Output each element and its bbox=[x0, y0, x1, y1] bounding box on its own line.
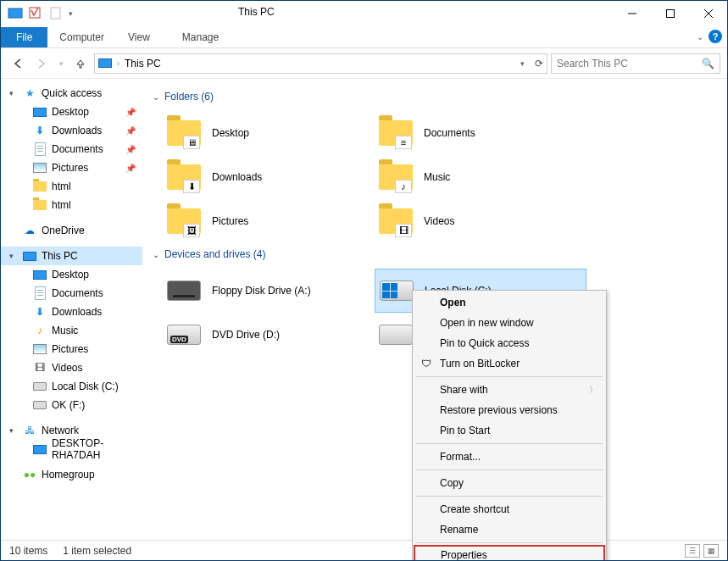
search-input[interactable] bbox=[557, 58, 702, 69]
menu-item[interactable]: 🛡Turn on BitLocker bbox=[414, 353, 604, 374]
nav-homegroup[interactable]: ●● Homegroup bbox=[1, 465, 142, 484]
address-box[interactable]: › ▾ ⟳ bbox=[94, 53, 547, 74]
pic-icon bbox=[33, 342, 47, 356]
sidebar-item[interactable]: DESKTOP-RHA7DAH bbox=[1, 440, 142, 458]
status-bar: 10 items 1 item selected ☰ ▦ bbox=[1, 540, 727, 560]
chevron-down-icon[interactable]: ▾ bbox=[9, 426, 18, 435]
sidebar-item[interactable]: Documents📌 bbox=[1, 140, 142, 158]
pin-icon: 📌 bbox=[125, 108, 136, 117]
doc-overlay-icon: ≡ bbox=[395, 136, 412, 149]
item-label: Downloads bbox=[212, 171, 262, 183]
sidebar-item[interactable]: Desktop📌 bbox=[1, 103, 142, 121]
folder-item[interactable]: 🖼Pictures bbox=[163, 199, 375, 243]
menu-item[interactable]: Pin to Quick access bbox=[414, 333, 604, 353]
menu-item[interactable]: Copy bbox=[414, 473, 604, 493]
sidebar-item[interactable]: Pictures📌 bbox=[1, 158, 142, 177]
refresh-icon[interactable]: ⟳ bbox=[535, 58, 543, 69]
sidebar-item[interactable]: html bbox=[1, 177, 142, 196]
menu-item-label: Open in new window bbox=[440, 317, 534, 329]
address-dropdown-icon[interactable]: ▾ bbox=[520, 59, 525, 68]
breadcrumb-sep-icon[interactable]: › bbox=[117, 59, 119, 68]
menu-item[interactable]: Pin to Start bbox=[414, 420, 604, 441]
folder-item[interactable]: ≡Documents bbox=[375, 111, 586, 155]
disk-icon bbox=[33, 398, 47, 412]
ribbon-expand-icon[interactable]: ⌄ bbox=[697, 32, 703, 42]
group-header-drives[interactable]: ⌄ Devices and drives (4) bbox=[153, 248, 724, 260]
menu-separator bbox=[416, 496, 603, 497]
menu-item-label: Create shortcut bbox=[440, 503, 509, 515]
folder-item[interactable]: ♪Music bbox=[375, 155, 586, 199]
view-large-icon[interactable]: ▦ bbox=[703, 544, 719, 558]
tab-file[interactable]: File bbox=[1, 27, 47, 47]
pic-icon bbox=[33, 161, 47, 175]
sidebar-item[interactable]: html bbox=[1, 196, 142, 214]
sidebar-item[interactable]: ⬇Downloads bbox=[1, 303, 142, 321]
sidebar-item[interactable]: Documents bbox=[1, 284, 142, 303]
nav-onedrive[interactable]: ☁ OneDrive bbox=[1, 221, 142, 240]
sidebar-item-label: Downloads bbox=[52, 125, 102, 136]
menu-item[interactable]: Properties bbox=[414, 545, 605, 561]
sidebar-item[interactable]: ♪Music bbox=[1, 321, 142, 340]
pin-icon: 📌 bbox=[125, 164, 136, 173]
folder-icon bbox=[33, 198, 47, 212]
nav-this-pc[interactable]: ▾ This PC bbox=[1, 247, 142, 265]
item-label: Music bbox=[424, 171, 450, 183]
menu-item[interactable]: Share with〉 bbox=[414, 380, 604, 400]
folder-item[interactable]: 🎞Videos bbox=[375, 199, 586, 243]
drive-item[interactable]: DVDDVD Drive (D:) bbox=[163, 313, 375, 357]
group-header-folders[interactable]: ⌄ Folders (6) bbox=[153, 91, 724, 103]
menu-item[interactable]: Format... bbox=[414, 447, 604, 467]
menu-item[interactable]: Open in new window bbox=[414, 313, 604, 333]
view-details-icon[interactable]: ☰ bbox=[685, 544, 700, 558]
forward-button[interactable] bbox=[31, 53, 52, 74]
qat-dropdown-icon[interactable]: ▾ bbox=[69, 9, 73, 18]
doc-icon bbox=[33, 142, 47, 156]
sidebar-item-label: DESKTOP-RHA7DAH bbox=[52, 437, 142, 461]
folder-icon: 🎞 bbox=[378, 203, 414, 239]
item-label: Floppy Disk Drive (A:) bbox=[212, 285, 311, 297]
minimize-button[interactable] bbox=[613, 2, 651, 26]
chevron-down-icon[interactable]: ⌄ bbox=[153, 250, 159, 259]
close-button[interactable] bbox=[689, 2, 727, 26]
up-button[interactable] bbox=[70, 53, 91, 74]
group-title: Folders (6) bbox=[164, 91, 214, 103]
window-controls bbox=[613, 2, 727, 26]
tab-view[interactable]: View bbox=[116, 27, 162, 47]
folder-item[interactable]: ⬇Downloads bbox=[163, 155, 375, 199]
chevron-down-icon[interactable]: ▾ bbox=[9, 89, 18, 97]
address-input[interactable] bbox=[125, 58, 515, 69]
recent-dropdown-icon[interactable]: ▾ bbox=[55, 53, 67, 74]
qat-new-icon[interactable] bbox=[48, 6, 64, 21]
local-disk-icon bbox=[380, 280, 414, 301]
menu-item[interactable]: Restore previous versions bbox=[414, 400, 604, 420]
qat-properties-icon[interactable] bbox=[28, 6, 43, 21]
sidebar-item-label: Videos bbox=[52, 362, 82, 374]
star-icon: ★ bbox=[23, 86, 36, 100]
folder-icon bbox=[33, 180, 47, 193]
computer-icon bbox=[23, 249, 36, 263]
chevron-down-icon[interactable]: ▾ bbox=[9, 252, 18, 260]
menu-item[interactable]: Rename bbox=[414, 519, 604, 540]
drive-item[interactable]: Floppy Disk Drive (A:) bbox=[163, 269, 375, 313]
sidebar-item-label: Documents bbox=[52, 143, 103, 155]
sidebar-item[interactable]: ⬇Downloads📌 bbox=[1, 121, 142, 140]
search-icon[interactable]: 🔍 bbox=[702, 58, 714, 69]
sidebar-item[interactable]: Desktop bbox=[1, 265, 142, 284]
sidebar-item[interactable]: Pictures bbox=[1, 340, 142, 358]
sidebar-item[interactable]: Local Disk (C:) bbox=[1, 377, 142, 396]
tab-manage[interactable]: Manage bbox=[170, 27, 231, 47]
sidebar-item[interactable]: 🎞Videos bbox=[1, 358, 142, 377]
help-icon[interactable]: ? bbox=[709, 30, 722, 43]
back-button[interactable] bbox=[8, 53, 28, 74]
chevron-down-icon[interactable]: ⌄ bbox=[153, 92, 159, 102]
folder-item[interactable]: 🖥Desktop bbox=[163, 111, 375, 155]
menu-item[interactable]: Open bbox=[414, 292, 604, 313]
sidebar-item[interactable]: OK (F:) bbox=[1, 396, 142, 414]
menu-item[interactable]: Create shortcut bbox=[414, 499, 604, 519]
sidebar-item-label: Pictures bbox=[52, 343, 88, 355]
tab-computer[interactable]: Computer bbox=[47, 27, 116, 47]
maximize-button[interactable] bbox=[651, 2, 689, 26]
search-box[interactable]: 🔍 bbox=[551, 53, 720, 74]
nav-quick-access[interactable]: ▾ ★ Quick access bbox=[1, 84, 142, 103]
item-label: Desktop bbox=[212, 127, 249, 139]
